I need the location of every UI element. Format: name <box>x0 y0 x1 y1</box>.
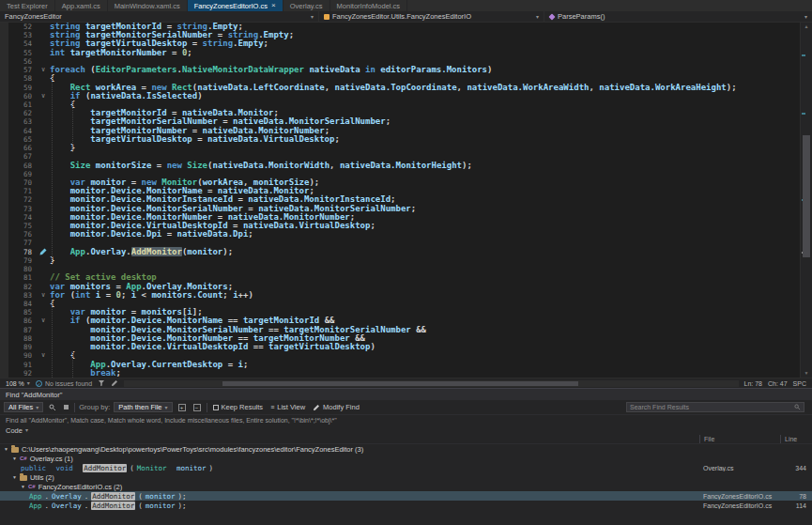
breakpoint-margin[interactable] <box>0 162 8 170</box>
breakpoint-margin[interactable] <box>0 308 8 317</box>
search-scope-dropdown[interactable]: All Files ▾ <box>4 402 43 412</box>
line-number[interactable]: 58 <box>8 74 37 83</box>
line-number[interactable]: 85 <box>8 308 37 317</box>
tab-overlay-cs[interactable]: Overlay.cs <box>283 0 330 11</box>
scrollbar-thumb[interactable] <box>803 135 810 257</box>
breakpoint-margin[interactable] <box>0 248 8 256</box>
breakpoint-margin[interactable] <box>0 109 8 117</box>
line-number[interactable]: 82 <box>8 283 37 291</box>
line-number[interactable]: 69 <box>8 170 37 178</box>
line-number[interactable]: 92 <box>8 369 37 378</box>
breakpoint-margin[interactable] <box>0 230 8 239</box>
tab-close-icon[interactable]: × <box>271 2 276 9</box>
fold-collapse-icon[interactable]: ∨ <box>37 92 50 100</box>
line-number[interactable]: 72 <box>8 195 37 204</box>
line-number[interactable]: 87 <box>8 326 37 334</box>
space-mode-indicator[interactable]: SPC <box>793 380 806 387</box>
breakpoint-margin[interactable] <box>0 369 8 378</box>
line-number[interactable]: 91 <box>8 361 37 369</box>
find-tree-node[interactable]: ▼C:\Users\zhaopengwang\Desktop\powertoys… <box>0 444 812 454</box>
fold-collapse-icon[interactable]: ∨ <box>37 291 50 300</box>
line-number[interactable]: 66 <box>8 144 37 152</box>
breakpoint-margin[interactable] <box>0 92 8 100</box>
expand-collapse-icon[interactable]: ▼ <box>12 456 17 461</box>
breakpoint-margin[interactable] <box>0 57 8 66</box>
line-number[interactable]: 56 <box>8 57 37 66</box>
breakpoint-margin[interactable] <box>0 195 8 204</box>
breakpoint-margin[interactable] <box>0 205 8 213</box>
tab-mainwindow-xaml-cs[interactable]: MainWindow.xaml.cs <box>108 0 188 11</box>
line-indicator[interactable]: Ln: 78 <box>744 380 762 387</box>
breakpoint-margin[interactable] <box>0 187 8 195</box>
line-number[interactable]: 65 <box>8 135 37 144</box>
code-cleanup-button[interactable] <box>111 379 118 387</box>
expand-all-button[interactable]: + <box>176 402 188 412</box>
code-line-78[interactable]: 78 App.Overlay.AddMonitor(monitor); <box>0 248 800 256</box>
keep-results-toggle[interactable]: Keep Results <box>211 402 266 412</box>
breakpoint-margin[interactable] <box>0 39 8 48</box>
breakpoint-margin[interactable] <box>0 213 8 222</box>
breakpoint-margin[interactable] <box>0 273 8 282</box>
breakpoint-margin[interactable] <box>0 100 8 109</box>
breakpoint-margin[interactable] <box>0 66 8 74</box>
tab-test-explorer[interactable]: Test Explorer <box>0 0 55 11</box>
modify-find-button[interactable]: Modify Find <box>311 402 361 412</box>
code-line-57[interactable]: 57∨foreach (EditorParameters.NativeMonit… <box>0 66 800 74</box>
breakpoint-margin[interactable] <box>0 117 8 126</box>
stop-search-button[interactable] <box>62 402 70 412</box>
line-number[interactable]: 59 <box>8 84 37 92</box>
breakpoint-margin[interactable] <box>0 361 8 369</box>
code-line-92[interactable]: 92 break; <box>0 369 800 378</box>
line-number[interactable]: 60 <box>8 92 37 100</box>
project-dropdown[interactable]: FancyZonesEditor ▾ <box>0 11 319 22</box>
line-number[interactable]: 62 <box>8 109 37 117</box>
code-line-89[interactable]: 89 monitor.Device.VirtualDesktopId == ta… <box>0 343 800 351</box>
breakpoint-margin[interactable] <box>0 127 8 135</box>
type-dropdown[interactable]: FancyZonesEditor.Utils.FancyZonesEditorI… <box>319 11 544 22</box>
breakpoint-margin[interactable] <box>0 291 8 300</box>
code-line-76[interactable]: 76 monitor.Device.Dpi = nativeData.Dpi; <box>0 230 800 239</box>
editor-vertical-scrollbar[interactable]: ▲ ▼ <box>800 23 812 378</box>
breakpoint-margin[interactable] <box>0 334 8 343</box>
breakpoint-margin[interactable] <box>0 31 8 39</box>
results-filter-dropdown[interactable]: Code ▾ <box>0 425 812 435</box>
fold-collapse-icon[interactable]: ∨ <box>37 351 50 360</box>
breakpoint-margin[interactable] <box>0 283 8 291</box>
line-number[interactable]: 83 <box>8 291 37 300</box>
tab-app-xaml-cs[interactable]: App.xaml.cs <box>55 0 108 11</box>
code-line-68[interactable]: 68 Size monitorSize = new Size(nativeDat… <box>0 162 800 170</box>
editor-horizontal-scrollbar[interactable] <box>124 380 738 387</box>
line-number[interactable]: 77 <box>8 239 37 247</box>
breakpoint-margin[interactable] <box>0 317 8 325</box>
line-number[interactable]: 78 <box>8 248 37 256</box>
line-number[interactable]: 80 <box>8 265 37 273</box>
line-number[interactable]: 73 <box>8 205 37 213</box>
breakpoint-margin[interactable] <box>0 49 8 57</box>
breakpoint-margin[interactable] <box>0 343 8 351</box>
column-indicator[interactable]: Ch: 47 <box>768 380 788 387</box>
breakpoint-margin[interactable] <box>0 144 8 152</box>
group-by-dropdown[interactable]: Path then File ▾ <box>114 402 172 412</box>
breakpoint-margin[interactable] <box>0 326 8 334</box>
line-number[interactable]: 52 <box>8 23 37 31</box>
breakpoint-margin[interactable] <box>0 239 8 247</box>
code-line-55[interactable]: 55int targetMonitorNumber = 0; <box>0 49 800 57</box>
collapse-all-button[interactable]: − <box>192 402 203 412</box>
line-number[interactable]: 63 <box>8 117 37 126</box>
zoom-dropdown[interactable]: 108 % ▾ <box>6 380 30 387</box>
breakpoint-margin[interactable] <box>0 74 8 83</box>
expand-collapse-icon[interactable]: ▼ <box>12 475 17 480</box>
line-number[interactable]: 75 <box>8 222 37 230</box>
line-number[interactable]: 67 <box>8 152 37 161</box>
line-number[interactable]: 86 <box>8 317 37 325</box>
line-number[interactable]: 57 <box>8 66 37 74</box>
breakpoint-margin[interactable] <box>0 84 8 92</box>
code-line-66[interactable]: 66 } <box>0 144 800 152</box>
line-number[interactable]: 64 <box>8 127 37 135</box>
line-number[interactable]: 71 <box>8 187 37 195</box>
search-find-results-input[interactable] <box>630 404 792 410</box>
breakpoint-margin[interactable] <box>0 152 8 161</box>
breakpoint-margin[interactable] <box>0 178 8 187</box>
breakpoint-margin[interactable] <box>0 265 8 273</box>
breakpoint-margin[interactable] <box>0 300 8 308</box>
